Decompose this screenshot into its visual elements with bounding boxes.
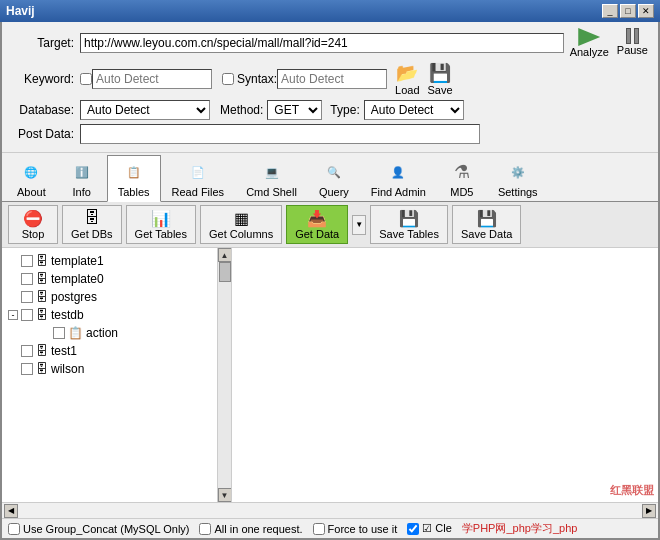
database-label: Database: (12, 103, 80, 117)
pause-button[interactable]: Pause (617, 28, 648, 58)
cle-label: ☑ Cle (422, 522, 452, 535)
toolbar-query[interactable]: 🔍 Query (308, 155, 360, 201)
scroll-down[interactable]: ▼ (218, 488, 232, 502)
postdata-row: Post Data: (12, 124, 648, 144)
findadmin-icon: 👤 (386, 160, 410, 184)
save-icon: 💾 (429, 62, 451, 84)
getdata-dropdown[interactable]: ▼ (352, 215, 366, 235)
force-to-use-checkbox[interactable] (313, 523, 325, 535)
cle-group: ☑ Cle (407, 522, 452, 535)
target-label: Target: (12, 36, 80, 50)
method-select[interactable]: GET (267, 100, 322, 120)
analyze-icon (578, 28, 600, 46)
all-in-one-label: All in one request. (214, 523, 302, 535)
tree-item-testdb[interactable]: - 🗄 testdb (8, 306, 225, 324)
load-icon: 📂 (396, 62, 418, 84)
database-row: Database: Auto Detect Method: GET Type: … (12, 100, 648, 120)
keyword-checkbox[interactable] (80, 73, 92, 85)
type-select[interactable]: Auto Detect (364, 100, 464, 120)
getdbs-button[interactable]: 🗄 Get DBs (62, 205, 122, 244)
tree-cb-wilson[interactable] (21, 363, 33, 375)
hscroll-track (18, 503, 642, 518)
tree-item-test1[interactable]: 🗄 test1 (8, 342, 225, 360)
tree-icon-action: 📋 (68, 326, 83, 340)
toolbar-cmdshell[interactable]: 💻 Cmd Shell (235, 155, 308, 201)
toolbar-tables[interactable]: 📋 Tables (107, 155, 161, 202)
scroll-up[interactable]: ▲ (218, 248, 232, 262)
postdata-input[interactable] (80, 124, 480, 144)
tree-icon-testdb: 🗄 (36, 308, 48, 322)
stop-button[interactable]: ⛔ Stop (8, 205, 58, 244)
tree-item-template1[interactable]: 🗄 template1 (8, 252, 225, 270)
maximize-button[interactable]: □ (620, 4, 636, 18)
minimize-button[interactable]: _ (602, 4, 618, 18)
tree-icon-postgres: 🗄 (36, 290, 48, 304)
toolbar-about[interactable]: 🌐 About (6, 155, 57, 201)
savedata-button[interactable]: 💾 Save Data (452, 205, 521, 244)
tree-icon-template1: 🗄 (36, 254, 48, 268)
force-to-use-label: Force to use it (328, 523, 398, 535)
tree-icon-test1: 🗄 (36, 344, 48, 358)
about-icon: 🌐 (19, 160, 43, 184)
readfiles-icon: 📄 (186, 160, 210, 184)
toolbar-info[interactable]: ℹ️ Info (57, 155, 107, 201)
hscroll-left[interactable]: ◀ (4, 504, 18, 518)
watermark: 红黑联盟 (610, 483, 654, 498)
hscroll-right[interactable]: ▶ (642, 504, 656, 518)
toolbar-findadmin[interactable]: 👤 Find Admin (360, 155, 437, 201)
gettables-icon: 📊 (150, 209, 172, 227)
tree-item-action[interactable]: 📋 action (8, 324, 225, 342)
tree-cb-template1[interactable] (21, 255, 33, 267)
getcolumns-button[interactable]: ▦ Get Columns (200, 205, 282, 244)
type-label: Type: (330, 103, 359, 117)
getdata-icon: 📥 (306, 209, 328, 227)
load-button[interactable]: 📂 Load (395, 62, 419, 96)
query-icon: 🔍 (322, 160, 346, 184)
keyword-input[interactable] (92, 69, 212, 89)
tree-item-postgres[interactable]: 🗄 postgres (8, 288, 225, 306)
save-button[interactable]: 💾 Save (428, 62, 453, 96)
use-group-concat-group: Use Group_Concat (MySQL Only) (8, 523, 189, 535)
analyze-button[interactable]: Analyze (570, 28, 609, 58)
right-panel: 红黑联盟 (232, 248, 658, 502)
tree-cb-template0[interactable] (21, 273, 33, 285)
force-to-use-group: Force to use it (313, 523, 398, 535)
tree-cb-action[interactable] (53, 327, 65, 339)
title-bar: Havij _ □ ✕ (0, 0, 660, 22)
target-row: Target: Analyze Pause (12, 28, 648, 58)
database-select[interactable]: Auto Detect (80, 100, 210, 120)
getdata-button[interactable]: 📥 Get Data (286, 205, 348, 244)
toolbar-settings[interactable]: ⚙️ Settings (487, 155, 549, 201)
syntax-checkbox[interactable] (222, 73, 234, 85)
savetables-icon: 💾 (398, 209, 420, 227)
getdbs-icon: 🗄 (81, 209, 103, 227)
method-label: Method: (220, 103, 263, 117)
tree-cb-testdb[interactable] (21, 309, 33, 321)
window-controls: _ □ ✕ (602, 4, 654, 18)
use-group-concat-checkbox[interactable] (8, 523, 20, 535)
toolbar-md5[interactable]: ⚗ MD5 (437, 155, 487, 201)
database-tree: 🗄 template1 🗄 template0 🗄 postgres (2, 248, 231, 382)
close-button[interactable]: ✕ (638, 4, 654, 18)
tree-icon-template0: 🗄 (36, 272, 48, 286)
cle-checkbox[interactable] (407, 523, 419, 535)
all-in-one-group: All in one request. (199, 523, 302, 535)
tree-cb-postgres[interactable] (21, 291, 33, 303)
expand-testdb[interactable]: - (8, 310, 18, 320)
tree-item-template0[interactable]: 🗄 template0 (8, 270, 225, 288)
postdata-label: Post Data: (12, 127, 80, 141)
app-title: Havij (6, 4, 35, 18)
toolbar: 🌐 About ℹ️ Info 📋 Tables 📄 Read Files 💻 … (2, 153, 658, 202)
info-icon: ℹ️ (70, 160, 94, 184)
savetables-button[interactable]: 💾 Save Tables (370, 205, 448, 244)
php-label: 学PHP网_php学习_php (462, 521, 578, 536)
tree-item-wilson[interactable]: 🗄 wilson (8, 360, 225, 378)
toolbar-readfiles[interactable]: 📄 Read Files (161, 155, 236, 201)
all-in-one-checkbox[interactable] (199, 523, 211, 535)
scroll-thumb[interactable] (219, 262, 231, 282)
syntax-input[interactable] (277, 69, 387, 89)
tree-cb-test1[interactable] (21, 345, 33, 357)
target-input[interactable] (80, 33, 564, 53)
keyword-row: Keyword: Syntax: 📂 Load 💾 Save (12, 62, 648, 96)
gettables-button[interactable]: 📊 Get Tables (126, 205, 196, 244)
